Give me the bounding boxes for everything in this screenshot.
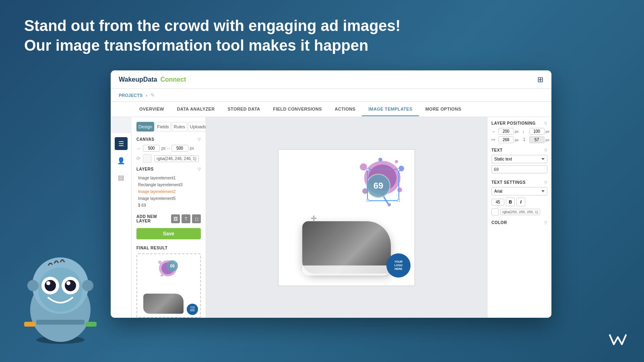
text-settings-header: TEXT SETTINGS ▽ [491, 180, 547, 185]
layers-title: LAYERS [136, 167, 154, 171]
svg-point-27 [395, 160, 398, 163]
vertical-pos-icon: ↕ [522, 129, 528, 134]
canvas-area: 69 YOURLOGO [206, 117, 487, 318]
text-settings-arrow: ▽ [544, 180, 547, 185]
svg-point-8 [46, 281, 50, 285]
canvas-arrow: ▽ [198, 137, 201, 142]
tab-overview[interactable]: OVERVIEW [133, 103, 171, 116]
horizontal-pos-icon: ↔ [491, 129, 497, 134]
tab-more-options[interactable]: MORE OPTIONS [419, 103, 468, 116]
right-panel: LAYER POSITIONING ▽ ↔ px ↕ px [487, 117, 551, 318]
sidebar: ☰ 👤 ▤ [111, 133, 132, 318]
layer-item-2[interactable]: Rectangle layerelement3 [136, 181, 201, 188]
text-type-dropdown[interactable]: Static text Dynamic text [491, 155, 547, 163]
tab-image-templates[interactable]: IMAGE TEMPLATES [362, 103, 419, 116]
text-color-row: rgba(255, 255, 255, 1) [491, 208, 547, 216]
layer-item-5[interactable]: $ 69 [136, 202, 201, 209]
sidebar-icon-layers[interactable]: ▤ [115, 171, 128, 184]
sidebar-icon-list[interactable]: ☰ [115, 137, 128, 150]
canvas-width-unit: px [161, 146, 166, 150]
font-size-input[interactable] [491, 199, 504, 206]
breadcrumb-separator: › [146, 93, 147, 98]
add-text-layer-btn[interactable]: T [182, 214, 190, 223]
tab-actions[interactable]: ACTIONS [328, 103, 362, 116]
color-section-header: COLOR ▽ [491, 220, 547, 225]
sneaker-sole [302, 265, 391, 276]
canvas-color-swatch[interactable] [143, 154, 152, 163]
tab-field-conversions[interactable]: FIELD CONVERSIONS [266, 103, 328, 116]
text-color-swatch[interactable] [491, 208, 499, 216]
add-image-layer-btn[interactable]: 🖼 [171, 214, 180, 223]
text-color-value[interactable]: rgba(255, 255, 255, 1) [500, 209, 540, 215]
layer-positioning-title: LAYER POSITIONING [491, 121, 536, 125]
text-arrow: ▽ [544, 148, 547, 152]
pos-row-wh: ↦ px ↧ px [491, 136, 549, 143]
text-section-header: TEXT ▽ [491, 148, 547, 152]
canvas-size-row: ↔ px ↕ px [136, 145, 201, 152]
pos-h-input[interactable] [529, 136, 545, 143]
canvas-preview: 69 YOURLOGO [278, 149, 415, 286]
pos-y-input[interactable] [529, 128, 545, 135]
mini-sneaker-shape [143, 294, 184, 314]
canvas-height-input[interactable] [171, 145, 188, 152]
breadcrumb-bar: PROJECTS › ✎ [111, 89, 551, 102]
resize-icon: ↕ [166, 147, 171, 150]
title-bar-left: WakeupData Connect [119, 76, 186, 83]
app-window: WakeupData Connect ⊞ PROJECTS › ✎ ☰ 👤 ▤ … [111, 70, 551, 318]
pos-x-input[interactable] [498, 128, 514, 135]
wakeupdata-brand [608, 333, 628, 350]
add-layer-row: ADD NEW LAYER 🖼 T ◻ [136, 213, 201, 225]
layer-item-1[interactable]: Image layerelement1 [136, 175, 201, 181]
left-panel: Design Fields Rules Uploads Repository C… [132, 117, 206, 318]
color-section-title: COLOR [491, 220, 507, 225]
layer-positioning-header: LAYER POSITIONING ▽ [491, 121, 547, 125]
add-layer-label: ADD NEW LAYER [136, 214, 171, 223]
bold-button[interactable]: B [506, 197, 515, 206]
canvas-width-input[interactable] [143, 145, 160, 152]
text-value-input[interactable] [491, 165, 547, 173]
svg-point-19 [161, 274, 163, 277]
layer-pos-grid: ↔ px ↕ px ↦ px ↧ [491, 128, 547, 143]
tab-design[interactable]: Design [136, 122, 154, 132]
save-button[interactable]: Save [136, 228, 201, 239]
canvas-height-unit: px [190, 146, 194, 150]
svg-point-28 [388, 203, 391, 206]
svg-rect-13 [24, 322, 35, 327]
canvas-color-value[interactable]: rgba(246, 246, 246, 1) [154, 155, 199, 162]
title-bar: WakeupData Connect ⊞ [111, 70, 551, 89]
pos-x-unit: px [515, 130, 519, 134]
canvas-section: CANVAS ▽ ↔ px ↕ px ⟳ [136, 137, 201, 163]
layer-item-4[interactable]: Image layerelement5 [136, 195, 201, 202]
text-settings-title: TEXT SETTINGS [491, 180, 526, 185]
tab-stored-data[interactable]: STORED DATA [221, 103, 266, 116]
tab-fields[interactable]: Fields [155, 122, 171, 132]
brand-name: WakeupData [119, 76, 157, 83]
add-shape-layer-btn[interactable]: ◻ [192, 214, 201, 223]
layers-section-header: LAYERS ▽ [136, 167, 201, 171]
font-controls: B I [491, 197, 547, 206]
edit-icon[interactable]: ✎ [151, 92, 155, 98]
svg-point-10 [27, 280, 39, 291]
main-content: Design Fields Rules Uploads Repository C… [111, 117, 551, 318]
horizontal-arrow-icon: ↔ [136, 146, 141, 151]
grid-icon[interactable]: ⊞ [537, 75, 543, 84]
projects-link[interactable]: PROJECTS [119, 93, 142, 98]
italic-button[interactable]: I [516, 197, 525, 206]
layer-item-3[interactable]: Image layerelement2 [136, 188, 201, 195]
svg-rect-12 [36, 320, 85, 325]
layer-positioning-section: LAYER POSITIONING ▽ ↔ px ↕ px [491, 121, 547, 143]
pos-w-input[interactable] [498, 136, 514, 143]
sidebar-icon-user[interactable]: 👤 [115, 154, 128, 167]
svg-point-25 [397, 187, 402, 192]
mini-number-badge: 69 [167, 260, 178, 272]
final-result-title: FINAL RESULT [136, 246, 167, 250]
font-dropdown[interactable]: Arial Helvetica Times New Roman [491, 187, 547, 195]
tab-data-analyzer[interactable]: DATA ANALYZER [171, 103, 221, 116]
svg-point-7 [65, 280, 76, 291]
svg-point-26 [378, 158, 382, 162]
tab-uploads[interactable]: Uploads [188, 122, 206, 132]
tab-rules[interactable]: Rules [172, 122, 187, 132]
final-result-section: FINAL RESULT 69 [136, 246, 201, 318]
add-layer-icons: 🖼 T ◻ [171, 214, 201, 223]
pos-w-unit: px [515, 138, 519, 142]
